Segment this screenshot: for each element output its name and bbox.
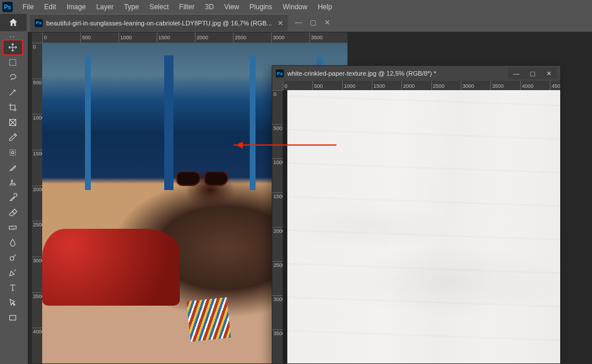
work-area: 0 500 1000 1500 2000 2500 3000 3500 0 50… bbox=[28, 32, 592, 364]
lasso-tool[interactable] bbox=[3, 70, 23, 85]
ruler-tick: 4000 bbox=[520, 81, 550, 90]
ruler-tick: 3000 bbox=[461, 81, 490, 90]
menu-view[interactable]: View bbox=[219, 0, 245, 14]
ruler-tick: 0 bbox=[272, 90, 283, 124]
ruler-tick: 3000 bbox=[271, 32, 309, 43]
annotation-arrow bbox=[234, 144, 336, 146]
ruler-tick: 2500 bbox=[32, 221, 42, 257]
vertical-ruler[interactable]: 0 500 1000 1500 2000 2500 3000 3500 bbox=[272, 90, 283, 363]
ruler-tick: 3000 bbox=[32, 257, 42, 292]
document-canvas-2[interactable] bbox=[283, 90, 560, 363]
ruler-tick: 2000 bbox=[272, 227, 283, 261]
ruler-tick: 1000 bbox=[32, 114, 42, 150]
type-tool[interactable] bbox=[3, 280, 23, 295]
menu-bar: Ps File Edit Image Layer Type Select Fil… bbox=[0, 0, 592, 14]
ps-file-icon: Ps bbox=[276, 69, 284, 77]
paper-texture-image bbox=[287, 90, 560, 363]
menu-type[interactable]: Type bbox=[119, 0, 144, 14]
eraser-tool[interactable] bbox=[3, 205, 23, 220]
toolbar-collapse-grip[interactable]: •• bbox=[0, 34, 25, 40]
ruler-tick: 2500 bbox=[272, 261, 283, 295]
minimize-button[interactable]: — bbox=[295, 18, 302, 27]
ruler-tick: 500 bbox=[32, 79, 42, 114]
rectangle-tool[interactable] bbox=[3, 310, 23, 325]
menu-file[interactable]: File bbox=[17, 0, 39, 14]
menu-3d[interactable]: 3D bbox=[199, 0, 219, 14]
document-tab-1[interactable]: Ps beautiful-girl-in-sunglasses-leaning-… bbox=[30, 14, 288, 31]
ruler-tick: 2500 bbox=[233, 32, 271, 43]
app-icon: Ps bbox=[2, 2, 13, 12]
gradient-tool[interactable] bbox=[3, 220, 23, 235]
dodge-tool[interactable] bbox=[3, 250, 23, 265]
photo-scarf bbox=[187, 298, 231, 342]
maximize-button[interactable]: ▢ bbox=[310, 18, 316, 27]
photo-sunglasses bbox=[176, 171, 228, 186]
vertical-ruler[interactable]: 0 500 1000 1500 2000 2500 3000 3500 4000 bbox=[32, 43, 42, 363]
ruler-tick: 4000 bbox=[32, 328, 42, 363]
photo-column bbox=[85, 55, 91, 190]
menu-window[interactable]: Window bbox=[278, 0, 313, 14]
document-window-2[interactable]: Ps white-crinkled-paper-texture.jpg @ 12… bbox=[272, 65, 561, 364]
eyedropper-tool[interactable] bbox=[3, 130, 23, 145]
ruler-tick: 450 bbox=[550, 81, 560, 90]
menu-filter[interactable]: Filter bbox=[174, 0, 200, 14]
history-brush-tool[interactable] bbox=[3, 190, 23, 205]
svg-point-5 bbox=[10, 257, 14, 261]
brush-tool[interactable] bbox=[3, 160, 23, 175]
ruler-tick: 1000 bbox=[119, 32, 157, 43]
ruler-tick: 3000 bbox=[272, 295, 283, 329]
ruler-tick: 500 bbox=[312, 81, 342, 90]
move-tool[interactable] bbox=[3, 40, 23, 55]
rectangular-marquee-tool[interactable] bbox=[3, 55, 23, 70]
crop-tool[interactable] bbox=[3, 100, 23, 115]
document-titlebar[interactable]: Ps white-crinkled-paper-texture.jpg @ 12… bbox=[272, 66, 560, 81]
horizontal-ruler[interactable]: 0 500 1000 1500 2000 2500 3000 3500 bbox=[42, 32, 347, 43]
window-minimize-button[interactable]: — bbox=[508, 68, 524, 79]
tab-close-icon[interactable]: ✕ bbox=[278, 19, 283, 27]
menu-plugins[interactable]: Plugins bbox=[245, 0, 278, 14]
svg-point-3 bbox=[12, 151, 14, 154]
ps-file-icon: Ps bbox=[35, 19, 43, 27]
ruler-tick: 500 bbox=[80, 32, 119, 43]
home-button[interactable] bbox=[0, 14, 27, 31]
blur-tool[interactable] bbox=[3, 235, 23, 250]
clone-stamp-tool[interactable] bbox=[3, 175, 23, 190]
ruler-tick: 2000 bbox=[32, 185, 42, 221]
spot-healing-brush-tool[interactable] bbox=[3, 145, 23, 160]
ruler-tick: 2000 bbox=[195, 32, 233, 43]
ruler-tick: 500 bbox=[272, 124, 283, 158]
window-maximize-button[interactable]: ▢ bbox=[524, 68, 541, 79]
ruler-tick: 1500 bbox=[32, 150, 42, 185]
menu-layer[interactable]: Layer bbox=[91, 0, 119, 14]
horizontal-ruler[interactable]: 0 500 1000 1500 2000 2500 3000 3500 4000… bbox=[283, 81, 560, 90]
ruler-tick: 3500 bbox=[309, 32, 347, 43]
home-icon bbox=[8, 17, 18, 28]
ruler-tick: 3500 bbox=[32, 292, 42, 328]
ruler-tick: 3500 bbox=[490, 81, 520, 90]
menu-edit[interactable]: Edit bbox=[39, 0, 61, 14]
ruler-tick: 1500 bbox=[157, 32, 195, 43]
close-button[interactable]: ✕ bbox=[324, 18, 330, 27]
menu-image[interactable]: Image bbox=[61, 0, 91, 14]
ruler-tick: 1000 bbox=[272, 158, 283, 192]
ruler-tick: 2500 bbox=[431, 81, 461, 90]
ruler-tick: 0 bbox=[32, 43, 42, 79]
magic-wand-tool[interactable] bbox=[3, 85, 23, 100]
tab-bar: Ps beautiful-girl-in-sunglasses-leaning-… bbox=[0, 14, 592, 31]
ruler-tick: 1500 bbox=[272, 192, 283, 226]
document-title: white-crinkled-paper-texture.jpg @ 12,5%… bbox=[287, 70, 436, 77]
menu-select[interactable]: Select bbox=[144, 0, 173, 14]
ruler-tick: 0 bbox=[42, 32, 80, 43]
path-selection-tool[interactable] bbox=[3, 295, 23, 310]
document-tab-title: beautiful-girl-in-sunglasses-leaning-on-… bbox=[46, 20, 272, 27]
tools-panel: •• bbox=[0, 32, 25, 328]
window-close-button[interactable]: ✕ bbox=[541, 68, 557, 79]
ruler-tick: 1000 bbox=[342, 81, 372, 90]
ruler-tick: 1500 bbox=[372, 81, 401, 90]
frame-tool[interactable] bbox=[3, 115, 23, 130]
svg-rect-0 bbox=[10, 60, 16, 66]
pen-tool[interactable] bbox=[3, 265, 23, 280]
menu-help[interactable]: Help bbox=[313, 0, 338, 14]
photo-column bbox=[250, 55, 256, 190]
ruler-tick: 3500 bbox=[272, 329, 283, 363]
